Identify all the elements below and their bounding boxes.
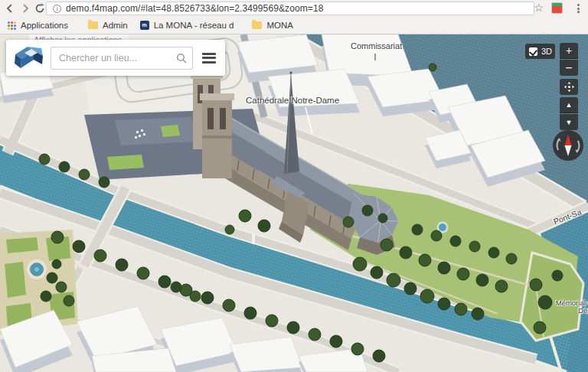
search-box — [51, 47, 193, 70]
search-icon[interactable] — [176, 53, 187, 64]
toggle-3d-label: 3D — [541, 47, 552, 56]
garden-fountain — [439, 224, 446, 231]
bookmark-label: MONA — [266, 21, 293, 30]
browser-toolbar: i demo.f4map.com/#lat=48.8526733&lon=2.3… — [0, 0, 588, 17]
zoom-in-button[interactable]: + — [560, 43, 578, 59]
bookmark-mona[interactable]: MONA — [252, 21, 293, 30]
checkbox-3d[interactable] — [529, 47, 537, 56]
toggle-3d[interactable]: 3D — [525, 44, 555, 59]
compass-control[interactable] — [552, 129, 584, 162]
url-bar[interactable]: i demo.f4map.com/#lat=48.8526733&lon=2.3… — [46, 2, 534, 15]
browser-chrome: i demo.f4map.com/#lat=48.8526733&lon=2.3… — [0, 0, 588, 34]
extension-icon[interactable] — [551, 2, 563, 14]
reload-icon[interactable] — [34, 2, 46, 15]
folder-icon — [252, 21, 262, 29]
zoom-out-button[interactable]: − — [560, 60, 578, 76]
bookmark-admin[interactable]: Admin — [88, 21, 128, 30]
url-text[interactable]: demo.f4map.com/#lat=48.8526733&lon=2.349… — [66, 3, 323, 14]
bookmark-la-mona[interactable]: m La MONA - réseau d — [140, 21, 234, 30]
bookmark-star-icon[interactable]: ☆ — [534, 2, 544, 14]
bookmark-apps[interactable]: Applications — [8, 21, 68, 30]
apps-grid-icon — [8, 21, 16, 30]
tilt-down-button[interactable]: ▼ — [560, 114, 578, 130]
search-panel — [6, 40, 225, 76]
f4map-logo — [11, 44, 47, 73]
map-canvas — [0, 34, 588, 372]
mona-favicon: m — [140, 21, 149, 30]
map-3d-view[interactable]: Commissariat Cathédrale Notre-Dame Pont-… — [0, 34, 588, 372]
pan-button[interactable] — [560, 79, 578, 95]
tilt-up-button[interactable]: ▲ — [560, 97, 578, 113]
bookmark-label: La MONA - réseau d — [154, 21, 234, 30]
folder-icon — [88, 21, 98, 29]
menu-icon[interactable] — [202, 53, 216, 64]
pan-icon — [564, 82, 574, 92]
browser-menu-icon[interactable] — [577, 2, 580, 15]
back-icon[interactable] — [4, 2, 16, 15]
search-input[interactable] — [51, 47, 192, 69]
bookmark-label: Applications — [21, 21, 68, 30]
page-info-icon[interactable]: i — [53, 5, 61, 13]
forward-icon[interactable] — [19, 2, 31, 15]
bookmark-label: Admin — [103, 21, 128, 30]
bookmarks-bar: Applications Admin m La MONA - réseau d … — [0, 17, 588, 34]
